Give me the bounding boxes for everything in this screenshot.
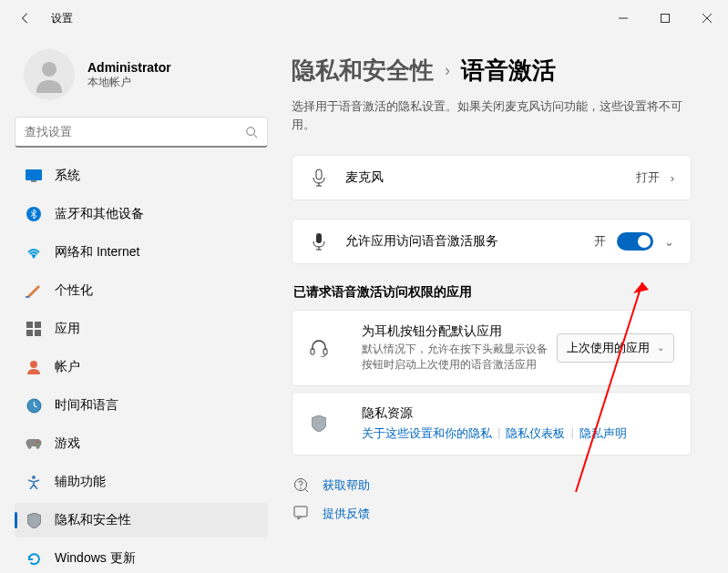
svg-rect-19 — [316, 169, 322, 179]
nav-network[interactable]: 网络和 Internet — [15, 235, 268, 270]
window-controls — [602, 4, 728, 33]
user-sub: 本地帐户 — [87, 75, 171, 90]
privacy-link-2[interactable]: 隐私仪表板 — [506, 425, 565, 442]
privacy-resources-card: 隐私资源 关于这些设置和你的隐私| 隐私仪表板| 隐私声明 — [292, 392, 692, 455]
svg-point-14 — [30, 361, 37, 368]
nav-label: 个性化 — [55, 282, 93, 299]
dropdown-value: 上次使用的应用 — [567, 340, 650, 356]
nav-label: Windows 更新 — [55, 550, 136, 567]
sidebar: Administrator 本地帐户 系统 蓝牙和其他设备 网络和 Intern… — [0, 36, 282, 573]
update-icon — [26, 550, 42, 567]
nav-label: 蓝牙和其他设备 — [55, 206, 144, 222]
nav-label: 网络和 Internet — [55, 244, 139, 261]
nav-system[interactable]: 系统 — [15, 159, 268, 193]
headset-card: 为耳机按钮分配默认应用 默认情况下，允许在按下头戴显示设备按钮时启动上次使用的语… — [292, 310, 692, 386]
feedback-icon — [293, 506, 310, 523]
voice-access-card[interactable]: 允许应用访问语音激活服务 开 ⌄ — [292, 219, 692, 264]
headset-desc: 默认情况下，允许在按下头戴显示设备按钮时启动上次使用的语音激活应用 — [362, 342, 557, 373]
user-name: Administrator — [87, 60, 171, 75]
nav-label: 时间和语言 — [55, 397, 118, 414]
svg-rect-1 — [661, 15, 670, 23]
voice-activation-icon — [309, 232, 329, 251]
privacy-link-1[interactable]: 关于这些设置和你的隐私 — [362, 425, 492, 442]
svg-point-24 — [300, 487, 302, 489]
svg-point-3 — [247, 127, 255, 135]
svg-rect-12 — [26, 330, 33, 336]
svg-point-8 — [33, 256, 36, 259]
main-content: 隐私和安全性 › 语音激活 选择用于语音激活的隐私设置。如果关闭麦克风访问功能，… — [282, 36, 728, 573]
svg-rect-13 — [35, 330, 41, 336]
nav-apps[interactable]: 应用 — [15, 312, 268, 346]
svg-point-18 — [32, 476, 36, 479]
svg-point-17 — [38, 443, 40, 445]
headset-icon — [309, 339, 329, 357]
window-title: 设置 — [51, 11, 73, 26]
microphone-card[interactable]: 麦克风 打开 › — [292, 155, 692, 200]
gaming-icon — [26, 435, 42, 452]
nav-personalize[interactable]: 个性化 — [15, 273, 268, 308]
nav-label: 应用 — [55, 321, 80, 337]
get-help-link[interactable]: 获取帮助 — [292, 472, 692, 500]
nav-update[interactable]: Windows 更新 — [15, 541, 268, 573]
search-icon — [245, 126, 258, 138]
nav-accessibility[interactable]: 辅助功能 — [15, 465, 268, 499]
privacy-icon — [26, 512, 42, 528]
microphone-icon — [309, 169, 329, 187]
svg-rect-6 — [31, 180, 36, 182]
svg-line-4 — [254, 134, 258, 138]
search-box[interactable] — [15, 117, 268, 148]
chevron-down-icon: ⌄ — [657, 343, 664, 353]
nav-time[interactable]: 时间和语言 — [15, 388, 268, 423]
minimize-button[interactable] — [602, 4, 644, 33]
nav-label: 隐私和安全性 — [55, 512, 131, 528]
nav-label: 游戏 — [55, 435, 80, 452]
close-button[interactable] — [686, 4, 728, 33]
personalize-icon — [26, 282, 42, 299]
nav-label: 辅助功能 — [55, 474, 106, 490]
maximize-button[interactable] — [644, 4, 686, 33]
svg-point-16 — [36, 441, 38, 443]
breadcrumb: 隐私和安全性 › 语音激活 — [292, 55, 692, 87]
system-icon — [26, 168, 42, 184]
privacy-res-title: 隐私资源 — [362, 405, 674, 422]
help-icon — [293, 477, 310, 495]
privacy-link-3[interactable]: 隐私声明 — [579, 425, 627, 442]
section-title: 已请求语音激活访问权限的应用 — [293, 284, 692, 301]
chevron-down-icon[interactable]: ⌄ — [664, 235, 674, 249]
svg-rect-5 — [26, 169, 42, 180]
apps-icon — [26, 321, 42, 337]
svg-rect-11 — [35, 322, 41, 328]
voice-access-label: 允许应用访问语音激活服务 — [345, 233, 594, 250]
accessibility-icon — [26, 474, 42, 490]
nav-bluetooth[interactable]: 蓝牙和其他设备 — [15, 197, 268, 231]
network-icon — [26, 244, 42, 261]
svg-rect-20 — [316, 233, 322, 243]
shield-icon — [309, 415, 329, 432]
back-button[interactable] — [18, 11, 33, 26]
svg-point-2 — [42, 62, 56, 77]
search-input[interactable] — [25, 125, 245, 138]
breadcrumb-parent[interactable]: 隐私和安全性 — [292, 55, 434, 87]
voice-access-toggle[interactable] — [617, 232, 653, 251]
avatar — [24, 49, 75, 100]
nav-label: 系统 — [55, 168, 80, 184]
svg-rect-9 — [26, 296, 29, 298]
headset-dropdown[interactable]: 上次使用的应用 ⌄ — [557, 333, 674, 363]
user-block[interactable]: Administrator 本地帐户 — [15, 36, 268, 117]
feedback-link[interactable]: 提供反馈 — [292, 500, 692, 528]
accounts-icon — [26, 359, 42, 375]
nav-gaming[interactable]: 游戏 — [15, 426, 268, 461]
microphone-status: 打开 — [636, 169, 660, 186]
nav-privacy[interactable]: 隐私和安全性 — [15, 503, 268, 537]
chevron-right-icon: › — [671, 171, 674, 185]
nav-accounts[interactable]: 帐户 — [15, 350, 268, 384]
svg-rect-25 — [294, 506, 307, 517]
get-help-label: 获取帮助 — [323, 477, 370, 494]
nav-label: 帐户 — [55, 359, 80, 375]
nav-list: 系统 蓝牙和其他设备 网络和 Internet 个性化 应用 帐户 时间和语言 … — [15, 159, 268, 573]
titlebar: 设置 — [0, 0, 728, 36]
toggle-state-label: 开 — [594, 233, 606, 250]
page-description: 选择用于语音激活的隐私设置。如果关闭麦克风访问功能，这些设置将不可用。 — [292, 97, 692, 133]
feedback-label: 提供反馈 — [323, 506, 370, 522]
bluetooth-icon — [26, 206, 42, 222]
